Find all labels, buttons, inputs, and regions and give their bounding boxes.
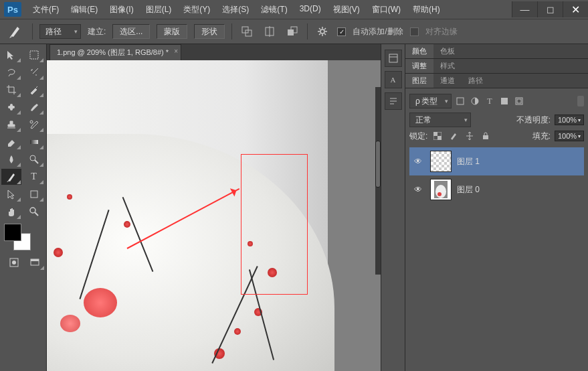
align-edges-checkbox[interactable] <box>410 27 419 36</box>
crop-tool[interactable] <box>1 82 21 98</box>
stamp-tool[interactable] <box>1 117 21 133</box>
svg-rect-38 <box>517 99 521 103</box>
layer-name[interactable]: 图层 1 <box>457 156 480 167</box>
path-select-tool[interactable] <box>1 186 21 202</box>
path-align-icon[interactable] <box>262 24 278 39</box>
eyedropper-tool[interactable] <box>24 82 44 98</box>
lock-all-icon[interactable] <box>480 130 492 142</box>
panel-dock: A <box>381 44 405 371</box>
layer-name[interactable]: 图层 0 <box>457 184 480 196</box>
menu-type[interactable]: 类型(Y) <box>179 2 215 17</box>
visibility-icon[interactable]: 👁 <box>414 157 425 166</box>
menu-image[interactable]: 图像(I) <box>105 2 138 17</box>
layers-panel-tab[interactable]: 图层 <box>405 74 433 88</box>
dock-paragraph-icon[interactable] <box>385 92 402 110</box>
document-tab[interactable]: 1.png @ 209% (图层 1, RGB/8#) * × <box>50 44 181 60</box>
lock-pixels-icon[interactable] <box>448 130 460 142</box>
menu-view[interactable]: 视图(V) <box>328 2 365 17</box>
menu-file[interactable]: 文件(F) <box>28 2 64 17</box>
healing-tool[interactable] <box>1 99 21 115</box>
channels-panel-tab[interactable]: 通道 <box>433 74 462 88</box>
dock-character-icon[interactable]: A <box>385 71 402 88</box>
visibility-icon[interactable]: 👁 <box>414 185 425 194</box>
mode-select[interactable]: 路径 <box>39 24 81 39</box>
vertical-scrollbar[interactable] <box>375 87 381 275</box>
filter-shape-icon[interactable] <box>498 95 510 107</box>
blur-tool[interactable] <box>1 151 21 167</box>
layer-row[interactable]: 👁 图层 0 <box>409 175 584 204</box>
lock-transparency-icon[interactable] <box>431 130 444 142</box>
separator <box>32 23 33 40</box>
quickmask-tool[interactable] <box>4 254 24 271</box>
make-shape-button[interactable]: 形状 <box>194 24 225 39</box>
svg-rect-36 <box>501 98 508 104</box>
gradient-tool[interactable] <box>24 134 44 150</box>
history-brush-tool[interactable] <box>24 117 44 133</box>
menu-help[interactable]: 帮助(H) <box>408 2 445 17</box>
styles-panel-tab[interactable]: 样式 <box>433 59 462 73</box>
menu-window[interactable]: 窗口(W) <box>367 2 405 17</box>
path-combine-icon[interactable] <box>239 24 255 39</box>
svg-rect-22 <box>31 191 37 198</box>
fill-input[interactable]: 100%▾ <box>555 131 584 141</box>
eraser-tool[interactable] <box>1 134 21 150</box>
filter-pixel-icon[interactable] <box>454 95 466 107</box>
menu-edit[interactable]: 编辑(E) <box>66 2 102 17</box>
minimize-button[interactable]: — <box>512 1 537 17</box>
dodge-tool[interactable] <box>24 151 44 167</box>
make-mask-button[interactable]: 蒙版 <box>157 24 187 39</box>
svg-rect-29 <box>389 54 397 62</box>
swatches-panel-tab[interactable]: 色板 <box>433 44 462 58</box>
shape-tool[interactable] <box>24 186 44 202</box>
marquee-tool[interactable] <box>24 47 44 63</box>
blend-mode-select[interactable]: 正常 <box>409 113 471 127</box>
lasso-tool[interactable] <box>1 64 21 80</box>
path-arrange-icon[interactable] <box>284 24 300 39</box>
filter-smart-icon[interactable] <box>513 95 525 107</box>
make-selection-button[interactable]: 选区... <box>112 24 150 39</box>
wand-tool[interactable] <box>24 64 44 80</box>
layer-filter-select[interactable]: ρ类型 <box>409 94 452 108</box>
layer-row[interactable]: 👁 图层 1 <box>409 147 584 175</box>
lock-position-icon[interactable] <box>464 130 476 142</box>
close-button[interactable]: ✕ <box>563 1 588 17</box>
menu-3d[interactable]: 3D(D) <box>295 2 326 17</box>
menu-layer[interactable]: 图层(L) <box>141 2 177 17</box>
canvas[interactable] <box>47 60 381 371</box>
gear-icon[interactable] <box>314 24 330 39</box>
svg-rect-17 <box>10 104 13 110</box>
dock-history-icon[interactable] <box>385 50 402 67</box>
type-tool[interactable]: T <box>24 169 44 185</box>
menu-filter[interactable]: 滤镜(T) <box>256 2 292 17</box>
filter-type-icon[interactable]: T <box>484 95 496 107</box>
color-swatch[interactable] <box>4 224 31 250</box>
hand-tool[interactable] <box>1 204 21 220</box>
pen-tool[interactable] <box>1 169 21 185</box>
scrollbar-thumb[interactable] <box>375 141 381 188</box>
close-tab-icon[interactable]: × <box>174 48 178 55</box>
move-tool[interactable] <box>1 47 21 63</box>
svg-rect-41 <box>437 136 442 140</box>
toolbox: T <box>0 44 47 371</box>
svg-point-18 <box>30 121 33 123</box>
document-tabs: 1.png @ 209% (图层 1, RGB/8#) * × <box>47 44 381 60</box>
color-panel-tab[interactable]: 颜色 <box>405 44 433 58</box>
auto-add-checkbox[interactable]: ✓ <box>337 27 346 36</box>
opacity-input[interactable]: 100%▾ <box>555 115 584 125</box>
layer-thumbnail[interactable] <box>430 151 452 172</box>
filter-adjust-icon[interactable] <box>469 95 481 107</box>
maximize-button[interactable]: ◻ <box>537 1 563 17</box>
filter-toggle[interactable] <box>577 96 584 106</box>
current-tool-indicator[interactable] <box>5 21 25 42</box>
menu-select[interactable]: 选择(S) <box>217 2 254 17</box>
make-label: 建立: <box>88 26 106 38</box>
foreground-color[interactable] <box>4 224 21 241</box>
screenmode-tool[interactable] <box>25 254 45 271</box>
brush-tool[interactable] <box>24 99 44 115</box>
pen-icon <box>8 24 23 39</box>
paths-panel-tab[interactable]: 路径 <box>462 74 490 88</box>
layer-thumbnail[interactable] <box>430 179 452 200</box>
adjustments-panel-tab[interactable]: 调整 <box>405 59 433 73</box>
zoom-tool[interactable] <box>24 204 44 220</box>
menubar: 文件(F) 编辑(E) 图像(I) 图层(L) 类型(Y) 选择(S) 滤镜(T… <box>25 2 512 17</box>
